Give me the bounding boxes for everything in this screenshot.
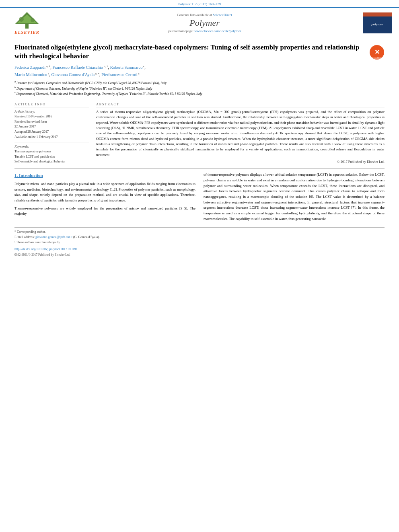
intro-right-text: of thermo-responsive polymers displays a…: [204, 172, 385, 222]
polymer-logo-svg: polymer: [363, 12, 392, 33]
abstract-col: ABSTRACT A series of thermo-responsive o…: [96, 103, 385, 164]
history-item-4: Available online 1 February 2017: [14, 135, 89, 140]
journal-name: Polymer: [49, 18, 360, 28]
elsevier-tree-icon: [11, 11, 43, 29]
corresponding-note: * Corresponding author.: [14, 230, 385, 235]
article-info-label: ARTICLE INFO: [14, 103, 89, 107]
journal-header: ELSEVIER Contents lists available at Sci…: [0, 7, 399, 38]
divider-info: [14, 142, 89, 142]
top-bar: Polymer 112 (2017) 169–179: [0, 0, 399, 7]
homepage-line: journal homepage: www.elsevier.com/locat…: [49, 29, 360, 33]
article-info-col: ARTICLE INFO Article history: Received 1…: [14, 103, 89, 164]
keyword-1: Tunable LCST and particle size: [14, 154, 89, 160]
svg-text:CrossMark: CrossMark: [372, 57, 382, 59]
copyright-line: © 2017 Published by Elsevier Ltd.: [96, 160, 385, 164]
article-title-text: Fluorinated oligo(ethylene glycol) metha…: [14, 43, 364, 61]
abstract-text: A series of thermo-responsive oligo(ethy…: [96, 109, 385, 158]
author-6: Pierfrancesco Cerruti: [101, 72, 138, 77]
history-item-1: Received in revised form: [14, 119, 89, 125]
affiliation-c: c Department of Chemical, Materials and …: [14, 91, 385, 97]
affiliation-a: a Institute for Polymers, Composites and…: [14, 80, 385, 86]
affiliation-b: b Department of Chemical Sciences, Unive…: [14, 86, 385, 91]
svg-point-3: [19, 17, 24, 22]
elsevier-logo: ELSEVIER: [5, 11, 49, 35]
svg-text:polymer: polymer: [371, 22, 383, 26]
intro-heading: 1. Introduction: [14, 172, 195, 179]
journal-citation: Polymer 112 (2017) 169–179: [178, 2, 221, 6]
info-abstract-section: ARTICLE INFO Article history: Received 1…: [14, 103, 385, 164]
article-content: Fluorinated oligo(ethylene glycol) metha…: [0, 38, 399, 257]
sciencedirect-line: Contents lists available at ScienceDirec…: [49, 13, 360, 17]
history-item-0: Received 16 November 2016: [14, 114, 89, 119]
intro-para-1: Polymeric micro- and nano-particles play…: [14, 181, 195, 203]
author-4: Mario Malinconico: [14, 72, 47, 77]
crossmark-icon[interactable]: ✕ CrossMark: [369, 45, 385, 61]
homepage-url[interactable]: www.elsevier.com/locate/polymer: [194, 29, 241, 33]
divider-1: [14, 100, 385, 100]
keyword-2: Self-assembly and rheological behavior: [14, 159, 89, 164]
doi-line[interactable]: http://dx.doi.org/10.1016/j.polymer.2017…: [14, 247, 385, 252]
author-3: Roberta Sammarco: [110, 65, 143, 70]
author-2: Francesco Raffaele Chiacchio: [52, 65, 103, 70]
sciencedirect-link[interactable]: ScienceDirect: [213, 13, 232, 17]
abstract-label: ABSTRACT: [96, 103, 385, 107]
email-address[interactable]: giovanna.gomez@ipcb.cnr.it: [35, 235, 72, 239]
history-label: Article history:: [14, 109, 89, 113]
journal-center: Contents lists available at ScienceDirec…: [49, 13, 360, 33]
equal-contrib-note: ¹ These authors contributed equally.: [14, 240, 385, 245]
body-col-left: 1. Introduction Polymeric micro- and nan…: [14, 172, 195, 222]
body-col-right: of thermo-responsive polymers displays a…: [204, 172, 385, 222]
svg-rect-6: [363, 12, 392, 16]
svg-text:✕: ✕: [374, 49, 380, 55]
affiliations-section: a Institute for Polymers, Composites and…: [14, 80, 385, 97]
introduction-section: 1. Introduction Polymeric micro- and nan…: [14, 172, 385, 222]
elsevier-wordmark: ELSEVIER: [14, 30, 39, 35]
article-title-section: Fluorinated oligo(ethylene glycol) metha…: [14, 43, 385, 61]
intro-para-2: Thermo-responsive polymers are widely em…: [14, 206, 195, 217]
polymer-logo-box: polymer: [360, 12, 394, 33]
email-line: E-mail address: giovanna.gomez@ipcb.cnr.…: [14, 235, 385, 240]
footnote-area: * Corresponding author. E-mail address: …: [14, 227, 385, 257]
divider-2: [14, 168, 385, 169]
crossmark-svg: ✕ CrossMark: [369, 45, 385, 60]
keywords-label: Keywords:: [14, 144, 89, 148]
history-item-2: 22 January 2017: [14, 124, 89, 129]
keyword-0: Thermoresponsive polymers: [14, 149, 89, 154]
author-1: Federica Zuppardi: [14, 65, 45, 70]
article-title: Fluorinated oligo(ethylene glycol) metha…: [14, 43, 364, 61]
svg-point-4: [31, 18, 35, 22]
polymer-logo-img: polymer: [363, 12, 392, 33]
authors-section: Federica Zuppardi a, 1, Francesco Raffae…: [14, 64, 385, 78]
copyright-footer: 0032-3861/© 2017 Published by Elsevier L…: [14, 253, 385, 257]
intro-heading-number: 1. Introduction: [14, 173, 43, 178]
history-item-3: Accepted 28 January 2017: [14, 129, 89, 135]
author-5: Giovanna Gomez d'Ayala: [51, 72, 95, 77]
